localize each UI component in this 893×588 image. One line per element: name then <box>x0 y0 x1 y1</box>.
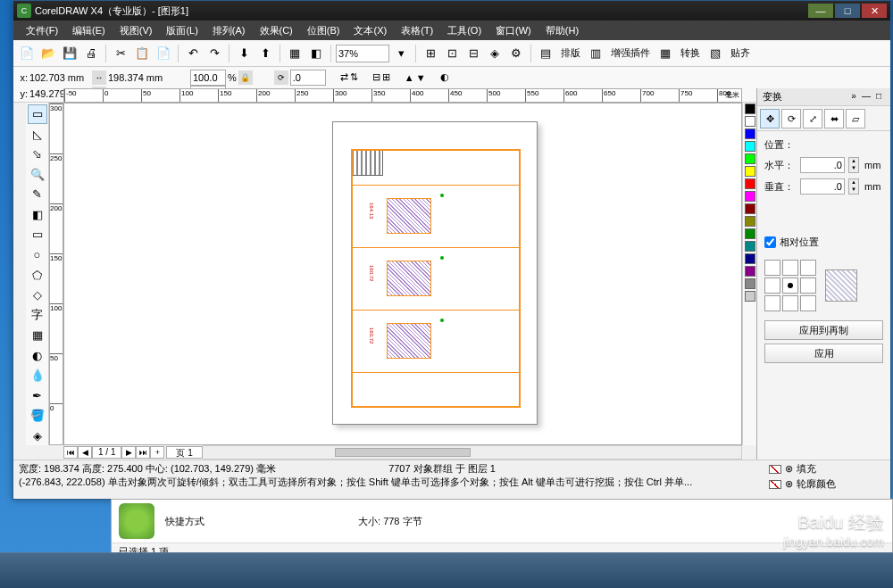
layout-tool-icon[interactable]: ▤ <box>536 44 555 63</box>
anchor-br[interactable] <box>800 295 816 311</box>
add-page-button[interactable]: + <box>150 446 164 459</box>
zoom-tool[interactable]: 🔍 <box>28 165 47 185</box>
anchor-mr[interactable] <box>800 277 816 294</box>
interactive-fill-tool[interactable]: ◈ <box>28 427 47 446</box>
table-tool[interactable]: ▦ <box>28 326 47 345</box>
color-swatch[interactable] <box>745 228 755 239</box>
redo-button[interactable]: ↷ <box>204 44 224 63</box>
page-tab[interactable]: 页 1 <box>166 446 202 459</box>
convert-label[interactable]: 转换 <box>677 46 704 60</box>
save-button[interactable]: 💾 <box>60 44 79 63</box>
menu-text[interactable]: 文本(X) <box>346 22 394 39</box>
mirror-v-icon[interactable]: ⇅ <box>350 71 358 83</box>
mirror-h-icon[interactable]: ⇄ <box>340 71 348 83</box>
open-button[interactable]: 📂 <box>38 44 58 63</box>
page[interactable]: 164.13 160.72 160.72 <box>332 121 538 425</box>
color-swatch[interactable] <box>745 291 755 302</box>
menu-help[interactable]: 帮助(H) <box>538 22 586 39</box>
export-button[interactable]: ⬆ <box>255 44 275 63</box>
color-swatch[interactable] <box>745 266 755 277</box>
apply-button[interactable]: 应用 <box>764 344 883 363</box>
polygon-tool[interactable]: ⬠ <box>28 265 47 285</box>
color-swatch[interactable] <box>745 104 755 114</box>
menu-window[interactable]: 窗口(W) <box>488 22 538 39</box>
outline-tool[interactable]: ✒ <box>28 385 47 405</box>
docker-collapse-icon[interactable]: » <box>847 91 860 104</box>
color-swatch[interactable] <box>745 153 755 164</box>
color-swatch[interactable] <box>745 241 755 252</box>
shape-tool[interactable]: ◺ <box>28 125 47 145</box>
color-swatch[interactable] <box>745 203 755 214</box>
eyedropper-tool[interactable]: 💧 <box>28 366 47 385</box>
color-swatch[interactable] <box>745 128 755 139</box>
docker-close-icon[interactable]: □ <box>872 91 885 104</box>
menu-view[interactable]: 视图(V) <box>113 22 160 39</box>
scale-x-input[interactable] <box>190 70 226 86</box>
outline-swatch[interactable] <box>769 480 781 489</box>
vertical-spinner[interactable]: ▲▼ <box>848 178 859 195</box>
skew-tab[interactable]: ▱ <box>846 109 865 128</box>
menu-file[interactable]: 文件(F) <box>19 22 65 39</box>
menu-edit[interactable]: 编辑(E) <box>65 22 113 39</box>
snap-objects-icon[interactable]: ⊟ <box>463 44 483 63</box>
plugin-icon[interactable]: ▥ <box>586 44 605 63</box>
print-button[interactable]: 🖨 <box>81 44 101 63</box>
interactive-tool[interactable]: ◐ <box>28 345 47 365</box>
fill-swatch[interactable] <box>769 465 781 474</box>
anchor-ml[interactable] <box>764 277 780 294</box>
horizontal-ruler[interactable]: 毫米 -500501001502002503003504004505005506… <box>63 88 742 103</box>
floorplan-drawing[interactable]: 164.13 160.72 160.72 <box>351 149 521 408</box>
import-button[interactable]: ⬇ <box>234 44 254 63</box>
color-swatch[interactable] <box>745 166 755 177</box>
anchor-tr[interactable] <box>800 260 816 276</box>
menu-arrange[interactable]: 排列(A) <box>205 22 253 39</box>
basic-shapes-tool[interactable]: ◇ <box>28 286 47 305</box>
snap-guides-icon[interactable]: ⊡ <box>442 44 462 63</box>
rotate-tab[interactable]: ⟳ <box>781 109 801 128</box>
freehand-tool[interactable]: ✎ <box>28 185 47 204</box>
vertical-input[interactable] <box>800 178 845 195</box>
next-page-button[interactable]: ▶ <box>121 446 136 459</box>
anchor-mc[interactable] <box>782 277 798 294</box>
layout-label[interactable]: 排版 <box>557 46 584 60</box>
color-swatch[interactable] <box>745 116 755 127</box>
paste-button[interactable]: 📄 <box>154 44 173 63</box>
ungroup-icon[interactable]: ⊟ <box>372 71 380 83</box>
maximize-button[interactable]: □ <box>835 4 860 18</box>
size-tab[interactable]: ⬌ <box>824 109 844 128</box>
pick-tool[interactable]: ▭ <box>28 104 47 124</box>
menu-effects[interactable]: 效果(C) <box>253 22 300 39</box>
color-swatch[interactable] <box>745 216 755 227</box>
crop-tool[interactable]: ⬂ <box>28 145 47 164</box>
close-button[interactable]: ✕ <box>862 4 887 18</box>
color-swatch[interactable] <box>745 191 755 202</box>
snap-icon[interactable]: ▧ <box>705 44 725 63</box>
to-front-icon[interactable]: ▲ <box>405 72 414 83</box>
anchor-bc[interactable] <box>782 295 798 311</box>
windows-taskbar[interactable] <box>0 552 893 588</box>
color-swatch[interactable] <box>745 253 755 264</box>
dynamic-guides-icon[interactable]: ◈ <box>485 44 505 63</box>
minimize-button[interactable]: — <box>808 4 833 18</box>
convert-curves-icon[interactable]: ◐ <box>440 71 449 83</box>
welcome-button[interactable]: ◧ <box>306 44 326 63</box>
canvas[interactable]: 164.13 160.72 160.72 <box>63 103 742 445</box>
options-icon[interactable]: ⚙ <box>506 44 526 63</box>
lock-ratio-icon[interactable]: 🔒 <box>238 70 253 85</box>
zoom-dropdown[interactable]: ▾ <box>391 44 411 63</box>
menu-tools[interactable]: 工具(O) <box>440 22 488 39</box>
relative-checkbox[interactable] <box>764 236 776 248</box>
rotation-input[interactable] <box>290 70 326 86</box>
fill-tool[interactable]: 🪣 <box>28 406 47 426</box>
position-tab[interactable]: ✥ <box>760 109 780 128</box>
color-swatch[interactable] <box>745 278 755 289</box>
horizontal-spinner[interactable]: ▲▼ <box>848 157 859 173</box>
cut-button[interactable]: ✂ <box>111 44 130 63</box>
anchor-tl[interactable] <box>764 260 780 276</box>
color-swatch[interactable] <box>745 178 755 189</box>
horizontal-input[interactable] <box>800 157 845 173</box>
convert-icon[interactable]: ▦ <box>655 44 675 63</box>
rectangle-tool[interactable]: ▭ <box>28 225 47 244</box>
snap-grid-icon[interactable]: ⊞ <box>421 44 440 63</box>
undo-button[interactable]: ↶ <box>183 44 203 63</box>
